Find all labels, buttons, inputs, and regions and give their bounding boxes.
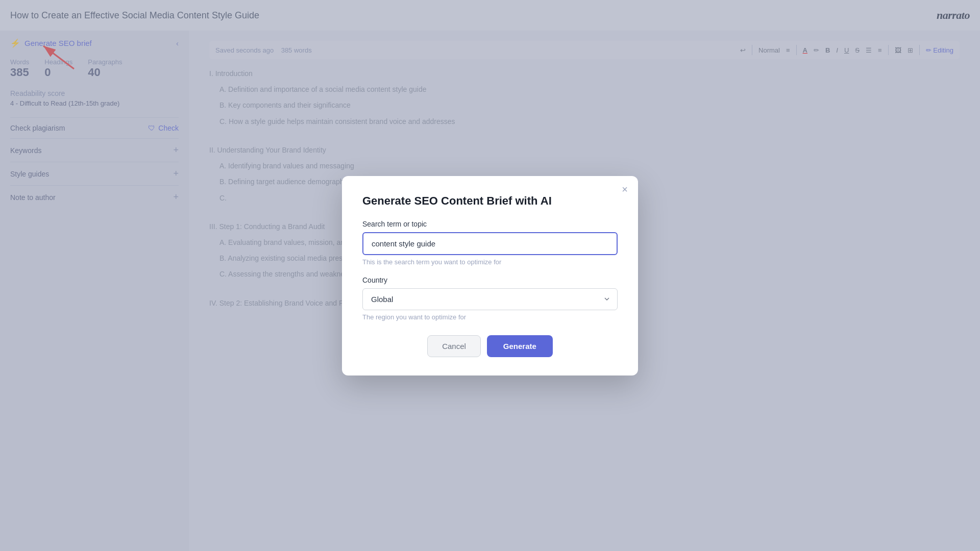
modal-overlay: × Generate SEO Content Brief with AI Sea… bbox=[0, 0, 980, 551]
modal-buttons: Cancel Generate bbox=[362, 335, 618, 357]
country-label: Country bbox=[362, 276, 618, 284]
country-select-wrapper: Global United States United Kingdom Cana… bbox=[362, 288, 618, 313]
search-term-input[interactable] bbox=[362, 232, 618, 255]
country-select[interactable]: Global United States United Kingdom Cana… bbox=[362, 288, 618, 310]
seo-content-brief-modal: × Generate SEO Content Brief with AI Sea… bbox=[342, 176, 638, 375]
search-term-label: Search term or topic bbox=[362, 220, 618, 228]
country-hint: The region you want to optimize for bbox=[362, 313, 618, 321]
modal-title: Generate SEO Content Brief with AI bbox=[362, 194, 618, 208]
cancel-button[interactable]: Cancel bbox=[427, 335, 481, 357]
generate-button[interactable]: Generate bbox=[487, 335, 553, 357]
modal-close-button[interactable]: × bbox=[622, 184, 628, 194]
search-term-hint: This is the search term you want to opti… bbox=[362, 258, 618, 266]
